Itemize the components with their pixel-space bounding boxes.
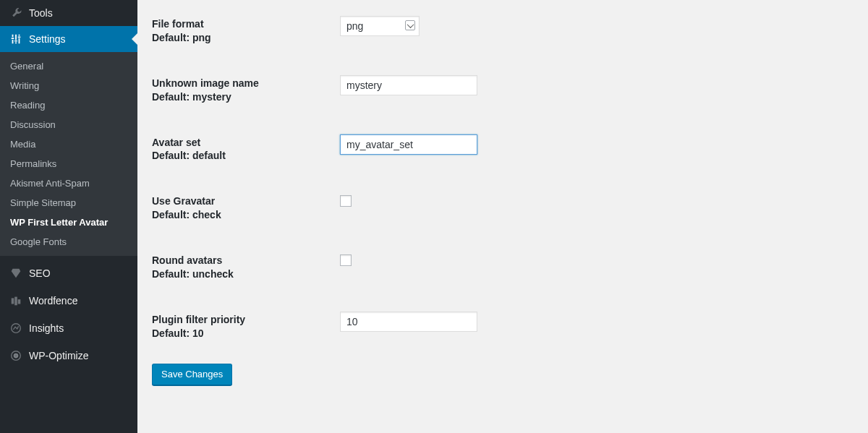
main-content: File format Default: png Unknown image n… [137, 0, 868, 433]
save-button[interactable]: Save Changes [152, 364, 232, 385]
menu-label: Insights [29, 322, 64, 334]
field-default: Default: 10 [152, 327, 333, 340]
row-use-gravatar: Use Gravatar Default: check [152, 177, 868, 236]
svg-rect-2 [18, 299, 21, 304]
menu-label: Wordfence [29, 295, 77, 306]
insights-icon [9, 321, 23, 335]
sub-item-simple-sitemap[interactable]: Simple Sitemap [0, 193, 137, 213]
menu-item-seo[interactable]: SEO [0, 260, 137, 287]
menu-item-tools[interactable]: Tools [0, 0, 137, 26]
field-label: Use Gravatar [152, 195, 215, 207]
wrench-icon [9, 6, 23, 20]
row-file-format: File format Default: png [152, 0, 868, 59]
menu-label: WP-Optimize [29, 350, 88, 361]
menu-label: Tools [29, 7, 53, 19]
sub-item-media[interactable]: Media [0, 134, 137, 154]
row-unknown-image: Unknown image name Default: mystery [152, 59, 868, 119]
row-avatar-set: Avatar set Default: default [152, 119, 868, 178]
svg-rect-0 [12, 298, 14, 304]
sub-item-wp-first-letter-avatar[interactable]: WP First Letter Avatar [0, 213, 137, 232]
field-default: Default: mystery [152, 90, 333, 104]
svg-rect-1 [14, 297, 17, 306]
menu-label: Settings [29, 33, 66, 45]
field-default: Default: png [152, 31, 333, 45]
field-label: Avatar set [152, 137, 200, 148]
sub-item-writing[interactable]: Writing [0, 76, 137, 95]
sub-item-reading[interactable]: Reading [0, 95, 137, 115]
round-avatars-checkbox[interactable] [340, 254, 352, 266]
field-label: Plugin filter priority [152, 314, 245, 325]
menu-item-wordfence[interactable]: Wordfence [0, 287, 137, 314]
yoast-icon [9, 266, 23, 280]
menu-item-insights[interactable]: Insights [0, 314, 137, 342]
field-default: Default: uncheck [152, 267, 333, 281]
menu-item-wp-optimize[interactable]: WP-Optimize [0, 342, 137, 369]
sub-item-general[interactable]: General [0, 56, 137, 76]
row-round-avatars: Round avatars Default: uncheck [152, 236, 868, 296]
svg-point-5 [14, 353, 17, 357]
use-gravatar-checkbox[interactable] [340, 195, 352, 207]
menu-label: SEO [29, 267, 51, 279]
field-label: Unknown image name [152, 77, 259, 89]
sub-item-discussion[interactable]: Discussion [0, 115, 137, 134]
field-default: Default: default [152, 149, 333, 163]
row-filter-priority: Plugin filter priority Default: 10 [152, 296, 868, 355]
form-history-icon[interactable] [405, 20, 415, 30]
field-default: Default: check [152, 208, 333, 222]
menu-item-settings[interactable]: Settings [0, 26, 137, 52]
sub-item-akismet[interactable]: Akismet Anti-Spam [0, 173, 137, 193]
field-label: Round avatars [152, 254, 222, 266]
filter-priority-input[interactable] [340, 312, 477, 332]
settings-submenu: General Writing Reading Discussion Media… [0, 52, 137, 256]
avatar-set-input[interactable] [340, 134, 477, 155]
unknown-image-input[interactable] [340, 75, 477, 95]
optimize-icon [9, 348, 23, 363]
sub-item-google-fonts[interactable]: Google Fonts [0, 232, 137, 252]
shield-icon [9, 293, 23, 308]
admin-sidebar: Tools Settings General Writing Reading D… [0, 0, 137, 433]
sub-item-permalinks[interactable]: Permalinks [0, 154, 137, 173]
sliders-icon [9, 32, 23, 46]
field-label: File format [152, 18, 204, 30]
